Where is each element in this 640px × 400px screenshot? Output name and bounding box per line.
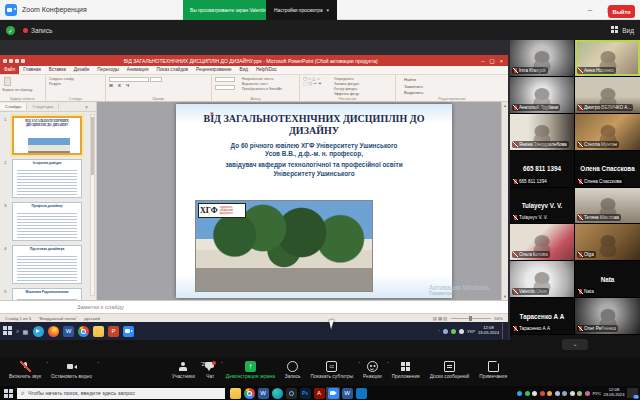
- thumbnails-scrollbar[interactable]: [90, 114, 95, 296]
- taskbar-clock[interactable]: 12:08 23.05.2024: [478, 326, 499, 336]
- minimize-button[interactable]: [580, 0, 600, 20]
- zoom-slider[interactable]: [451, 318, 491, 319]
- status-indicator-icon[interactable]: [585, 391, 590, 396]
- chevron-up-icon[interactable]: [97, 362, 99, 367]
- list-buttons[interactable]: [215, 85, 235, 90]
- participant-tile[interactable]: Тетяна Маслова Тетяна Маслова: [575, 188, 640, 224]
- participant-tile[interactable]: 665 811 1394 665 811 1394: [510, 151, 574, 187]
- paragraph-group-item[interactable]: Преобразовать в SmartArt: [242, 87, 299, 92]
- paste-icon[interactable]: [4, 77, 11, 86]
- volume-icon[interactable]: [577, 391, 582, 396]
- participant-tile[interactable]: Olga Olga: [575, 224, 640, 260]
- font-size-box[interactable]: [150, 77, 162, 82]
- minimize-button[interactable]: [482, 58, 485, 64]
- participant-tile[interactable]: Valentin Usov Valentin Usov: [510, 261, 574, 297]
- search-icon[interactable]: ⌕: [16, 328, 19, 335]
- font-style-buttons[interactable]: Ж К Ч: [109, 83, 211, 88]
- participant-tile[interactable]: Олег Рябченко Олег Рябченко: [575, 298, 640, 334]
- maximize-button[interactable]: [490, 58, 495, 64]
- tray-language[interactable]: УКР: [467, 329, 475, 334]
- microphone-icon[interactable]: [562, 391, 567, 396]
- slides-group-item[interactable]: Раздел: [49, 82, 105, 87]
- scroll-up-icon[interactable]: [503, 103, 507, 108]
- start-button-icon[interactable]: [3, 326, 13, 336]
- language-indicator[interactable]: русский: [84, 316, 100, 321]
- status-indicator-icon[interactable]: [532, 391, 537, 396]
- taskbar-search-input[interactable]: Чтобы начать поиск, введите здесь запрос: [17, 388, 225, 399]
- slide-thumbnail[interactable]: 4 Підготовка дизайнера: [12, 245, 86, 284]
- participant-tile[interactable]: Inna Krasyuk Inna Krasyuk: [510, 40, 574, 76]
- show-desktop-button[interactable]: [502, 323, 505, 339]
- tab-outline[interactable]: Структура: [27, 103, 59, 110]
- ribbon-tab[interactable]: Показ слайдов: [152, 66, 192, 74]
- status-indicator-icon[interactable]: [547, 391, 552, 396]
- close-button[interactable]: [500, 58, 503, 64]
- participant-tile[interactable]: Стелла Мунтян Стелла Мунтян: [575, 114, 640, 150]
- toolbar-button[interactable]: Показать субтитры: [306, 361, 359, 379]
- toolbar-button[interactable]: 29 Участники: [167, 361, 200, 379]
- toolbar-button[interactable]: Доски сообщений: [425, 361, 475, 379]
- close-panel-icon[interactable]: [85, 104, 88, 110]
- shapes-gallery[interactable]: ▢○△☆⬚⬡⇨✦: [303, 76, 333, 86]
- zoom-percent[interactable]: 56%: [494, 316, 503, 321]
- font-name-box[interactable]: [109, 77, 149, 82]
- participant-tile[interactable]: Олена Спасскова Олена Спасскова: [575, 151, 640, 187]
- participant-tile[interactable]: Nata Nata: [575, 261, 640, 297]
- slide-scrollbar[interactable]: [501, 102, 508, 300]
- ribbon-tab[interactable]: Дизайн: [70, 66, 93, 74]
- status-indicator-icon[interactable]: [540, 391, 545, 396]
- ribbon-tab[interactable]: Анимация: [123, 66, 153, 74]
- toolbar-button[interactable]: Демонстрация экрана: [221, 361, 280, 379]
- taskbar-clock[interactable]: 12:08 23.05.2024: [604, 388, 625, 398]
- ribbon-tab[interactable]: HelpNDoc: [252, 66, 281, 74]
- ribbon-tab[interactable]: Рецензирование: [192, 66, 235, 74]
- tray-expand-icon[interactable]: ˆ: [438, 329, 439, 334]
- view-button[interactable]: Вид: [611, 26, 634, 34]
- volume-icon[interactable]: [459, 329, 464, 334]
- tab-slides[interactable]: Слайды: [0, 103, 27, 110]
- ribbon-tab[interactable]: Файл: [0, 66, 19, 74]
- toolbar-button[interactable]: Чат: [200, 361, 221, 379]
- quick-access-toolbar[interactable]: [3, 59, 25, 63]
- participant-tile[interactable]: Ольга Котова Ольга Котова: [510, 224, 574, 260]
- notification-center-icon[interactable]: 20: [627, 388, 638, 398]
- notes-pane[interactable]: Заметки к слайду: [0, 300, 508, 313]
- drawing-group-item[interactable]: Эффекты фигур: [334, 92, 395, 97]
- participant-tile[interactable]: Tulayeyv V. V. Tulayeyv V. V.: [510, 188, 574, 224]
- participant-tile[interactable]: Анатолий Трубани Анатолий Трубани: [510, 77, 574, 113]
- slide-thumbnail[interactable]: 2 Історична довідка: [12, 159, 86, 198]
- scroll-down-icon[interactable]: [503, 294, 507, 299]
- task-view-icon[interactable]: ▦: [22, 328, 28, 335]
- participant-tile[interactable]: Дмитро ВЕЛИЧКО А... Дмитро ВЕЛИЧКО А...: [575, 77, 640, 113]
- status-indicator-icon[interactable]: [443, 329, 448, 334]
- participant-tile[interactable]: Янина Твердохлебова Янина Твердохлебова: [510, 114, 574, 150]
- ribbon-tab[interactable]: Вид: [236, 66, 252, 74]
- participant-tile[interactable]: Анна Носенко Анна Носенко: [575, 40, 640, 76]
- status-indicator-icon[interactable]: [451, 329, 456, 334]
- toolbar-button[interactable]: Реакции: [358, 361, 387, 379]
- slide-thumbnail[interactable]: 1 ВІД ЗАГАЛЬНОТЕХНІЧНИХ ДИСЦИПЛІН ДО ДИЗ…: [12, 116, 86, 155]
- slide-thumbnail[interactable]: 3 Професія дизайнер: [12, 202, 86, 241]
- toolbar-button[interactable]: Приложения: [387, 361, 425, 379]
- start-button-icon[interactable]: [2, 387, 14, 399]
- status-indicator-icon[interactable]: [525, 391, 530, 396]
- toolbar-button[interactable]: Включить звук: [4, 361, 46, 379]
- ribbon-tab[interactable]: Главная: [19, 66, 44, 74]
- view-switcher-icons[interactable]: ▤▦▥: [433, 316, 448, 321]
- editing-group-item[interactable]: Выделить: [404, 90, 508, 97]
- status-indicator-icon[interactable]: [517, 391, 522, 396]
- slide-canvas[interactable]: * ВІД ЗАГАЛЬНОТЕХНІЧНИХ ДИСЦИПЛІН ДО ДИЗ…: [176, 104, 452, 298]
- collapse-participants-button[interactable]: [562, 339, 588, 350]
- format-painter-label[interactable]: Формат по образцу: [2, 88, 45, 92]
- slide-thumbnail[interactable]: 5 Мішанина Родоначальники: [12, 288, 86, 300]
- leave-meeting-button[interactable]: Выйти: [608, 5, 635, 18]
- battery-icon[interactable]: [555, 391, 560, 396]
- tray-language[interactable]: РУС: [592, 391, 601, 396]
- network-icon[interactable]: [570, 391, 575, 396]
- security-shield-icon[interactable]: [6, 26, 15, 35]
- toolbar-button[interactable]: Остановить видео: [46, 361, 97, 379]
- align-buttons[interactable]: [215, 77, 235, 82]
- toolbar-button[interactable]: Запись: [280, 361, 306, 379]
- view-settings-button[interactable]: Настройки просмотра: [266, 0, 337, 20]
- ribbon-tab[interactable]: Переходы: [93, 66, 123, 74]
